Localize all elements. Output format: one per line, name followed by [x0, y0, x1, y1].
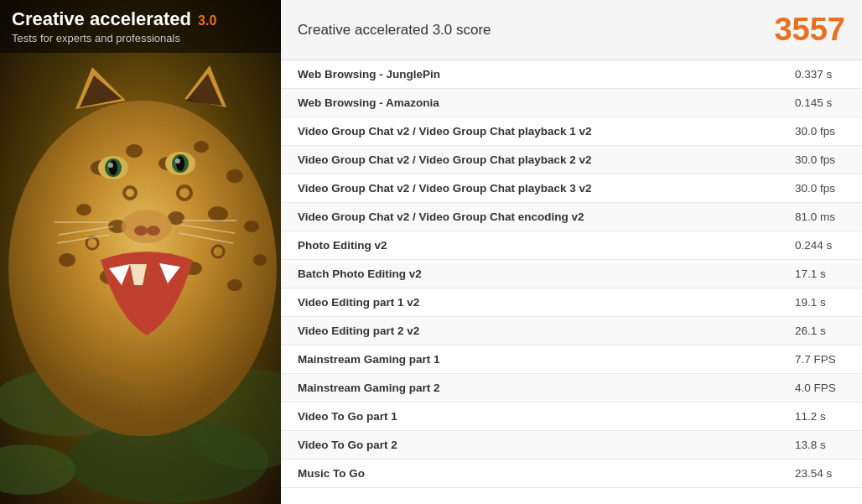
benchmark-value: 30.0 fps [778, 174, 862, 203]
svg-point-9 [194, 141, 209, 153]
benchmark-name: Mainstream Gaming part 1 [281, 346, 778, 374]
svg-point-20 [227, 279, 242, 291]
svg-point-33 [175, 158, 180, 164]
benchmark-name: Video To Go part 2 [281, 431, 778, 460]
table-row: Batch Photo Editing v217.1 s [281, 260, 862, 288]
svg-point-16 [59, 253, 75, 267]
benchmark-name: Video To Go part 1 [281, 403, 778, 431]
results-table: Web Browsing - JunglePin0.337 sWeb Brows… [281, 60, 862, 504]
benchmark-name: Video Group Chat v2 / Video Group Chat p… [281, 117, 778, 146]
table-row: Video To Go part 213.8 s [281, 431, 862, 460]
table-row: Video Editing part 1 v219.1 s [281, 288, 862, 317]
svg-point-15 [244, 221, 259, 232]
benchmark-value: 26.1 s [778, 317, 862, 346]
score-label: Creative accelerated 3.0 score [298, 22, 491, 39]
benchmark-name: Music To Go [281, 460, 778, 488]
table-row: Web Browsing - JunglePin0.337 s [281, 60, 862, 89]
svg-point-11 [76, 204, 91, 216]
table-row: Web Browsing - Amazonia0.145 s [281, 89, 862, 117]
svg-point-31 [176, 156, 184, 171]
benchmark-value: 13.8 s [778, 431, 862, 460]
benchmark-value: 7.7 FPS [778, 346, 862, 374]
leopard-image [0, 0, 281, 504]
benchmark-value: 0.244 s [778, 231, 862, 260]
benchmark-name: Video Group Chat v2 / Video Group Chat p… [281, 146, 778, 174]
benchmark-value: 0.145 s [778, 89, 862, 117]
app-title: Creative accelerated [12, 8, 191, 30]
left-panel: Creative accelerated 3.0 Tests for exper… [0, 0, 281, 504]
benchmark-value: 0.337 s [778, 60, 862, 89]
benchmark-value: 4.0 FPS [778, 374, 862, 403]
table-row: Mainstream Gaming part 17.7 FPS [281, 346, 862, 374]
benchmark-value: 19.1 s [778, 288, 862, 317]
table-row: Photo Editing v20.244 s [281, 231, 862, 260]
svg-point-21 [253, 254, 267, 266]
svg-point-36 [147, 226, 160, 236]
benchmark-name: Video Group Chat v2 / Video Group Chat e… [281, 203, 778, 231]
benchmark-name: Video Editing part 2 v2 [281, 317, 778, 346]
benchmark-name: Web Browsing - Amazonia [281, 89, 778, 117]
table-row: Video Group Chat v2 / Video Group Chat p… [281, 117, 862, 146]
svg-point-32 [108, 163, 113, 168]
table-row: Music To Go23.54 s [281, 460, 862, 488]
svg-point-10 [226, 169, 243, 183]
table-row: Video Group Chat v2 / Video Group Chat e… [281, 203, 862, 231]
table-row: Video Group Chat v2 / Video Group Chat p… [281, 174, 862, 203]
benchmark-name: Web Browsing - JunglePin [281, 60, 778, 89]
score-value: 3557 [774, 12, 845, 48]
benchmark-value: 23.54 s [778, 460, 862, 488]
svg-point-34 [122, 210, 172, 243]
benchmark-value: 17.1 s [778, 260, 862, 288]
benchmark-name: Mainstream Gaming part 2 [281, 374, 778, 403]
svg-point-7 [126, 144, 143, 158]
title-row: Creative accelerated 3.0 [12, 8, 269, 30]
svg-point-35 [134, 226, 148, 236]
left-title-area: Creative accelerated 3.0 Tests for exper… [0, 0, 281, 53]
table-row: Video Editing part 2 v226.1 s [281, 317, 862, 346]
version-badge: 3.0 [198, 13, 216, 29]
right-panel: Creative accelerated 3.0 score 3557 Web … [281, 0, 862, 504]
benchmark-name: Video Editing part 1 v2 [281, 288, 778, 317]
benchmark-name: Video Group Chat v2 / Video Group Chat p… [281, 174, 778, 203]
benchmark-value: 30.0 fps [778, 117, 862, 146]
app-subtitle: Tests for experts and professionals [12, 32, 269, 44]
benchmark-name: Batch Photo Editing v2 [281, 260, 778, 288]
benchmark-value: 30.0 fps [778, 146, 862, 174]
benchmark-table: Web Browsing - JunglePin0.337 sWeb Brows… [281, 60, 862, 488]
benchmark-value: 81.0 ms [778, 203, 862, 231]
table-row: Video Group Chat v2 / Video Group Chat p… [281, 146, 862, 174]
svg-point-30 [109, 160, 117, 175]
svg-point-14 [208, 206, 228, 221]
table-row: Video To Go part 111.2 s [281, 403, 862, 431]
benchmark-name: Photo Editing v2 [281, 231, 778, 260]
benchmark-value: 11.2 s [778, 403, 862, 431]
score-header: Creative accelerated 3.0 score 3557 [281, 0, 862, 60]
table-row: Mainstream Gaming part 24.0 FPS [281, 374, 862, 403]
